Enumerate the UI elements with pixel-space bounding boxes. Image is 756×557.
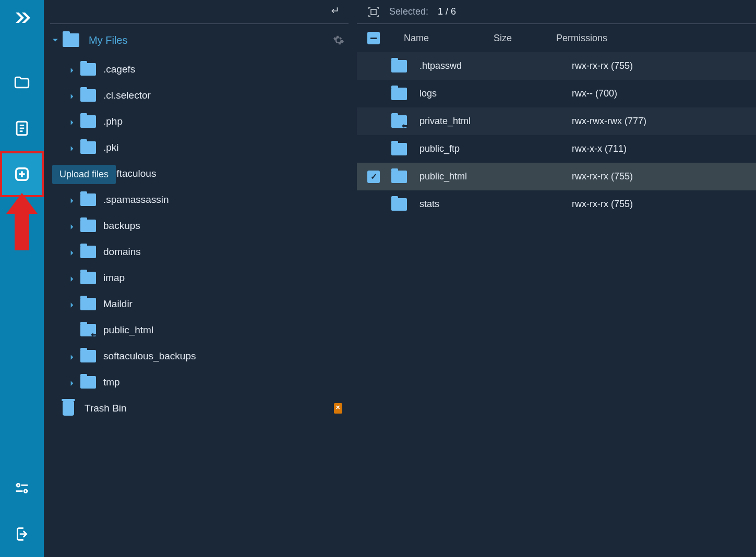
file-row[interactable]: private_htmlrwx-rwx-rwx (777) xyxy=(357,107,756,135)
tree-panel: My Files .cagefs.cl.selector.php.pki.sof… xyxy=(44,0,355,557)
caret-right-icon[interactable] xyxy=(69,301,75,307)
tree-node-label: .cagefs xyxy=(103,64,135,75)
file-row[interactable]: .htpasswdrwx-rx-rx (755) xyxy=(357,52,756,80)
folder-icon xyxy=(80,350,96,362)
caret-right-icon[interactable] xyxy=(69,275,75,281)
row-permissions: rwx-rwx-rwx (777) xyxy=(572,116,746,127)
selection-bar: Selected: 1 / 6 xyxy=(357,0,756,24)
tree-root-label: My Files xyxy=(89,34,127,46)
caret-right-icon[interactable] xyxy=(69,118,75,125)
caret-right-icon[interactable] xyxy=(69,92,75,99)
file-row[interactable]: statsrwx-rx-rx (755) xyxy=(357,190,756,218)
row-permissions: rwx-rx-rx (755) xyxy=(572,171,746,182)
selected-count: 1 / 6 xyxy=(438,6,456,17)
file-row[interactable]: logsrwx-- (700) xyxy=(357,80,756,107)
tree-node[interactable]: .cagefs xyxy=(69,56,349,82)
rail-logout[interactable] xyxy=(0,511,44,557)
folder-icon xyxy=(80,376,96,389)
folder-icon xyxy=(80,115,96,128)
tree-node[interactable]: .spamassassin xyxy=(69,187,349,213)
folder-icon xyxy=(80,89,96,102)
caret-right-icon[interactable] xyxy=(69,144,75,151)
annotation-arrow xyxy=(6,193,38,256)
row-checkbox[interactable] xyxy=(367,198,380,211)
folder-icon xyxy=(391,60,407,72)
tree-node-label: .cl.selector xyxy=(103,90,151,101)
tree-node[interactable]: public_html xyxy=(69,317,349,343)
row-checkbox[interactable] xyxy=(367,60,380,72)
side-rail xyxy=(0,0,44,557)
tree-node[interactable]: domains xyxy=(69,239,349,265)
row-name: private_html xyxy=(419,116,509,127)
tree-node-label: .pki xyxy=(103,142,119,153)
tree-node[interactable]: backups xyxy=(69,213,349,239)
caret-right-icon[interactable] xyxy=(69,379,75,385)
tree-node-label: public_html xyxy=(103,324,153,336)
folder-icon xyxy=(80,63,96,76)
folder-icon xyxy=(391,171,407,183)
column-headers: Name Size Permissions xyxy=(357,24,756,52)
caret-right-icon[interactable] xyxy=(69,197,75,203)
row-name: public_html xyxy=(419,171,509,182)
folder-link-icon xyxy=(80,324,96,336)
rail-document[interactable] xyxy=(0,105,44,151)
header-checkbox[interactable] xyxy=(367,32,380,44)
col-size[interactable]: Size xyxy=(494,33,556,44)
tree-node-label: domains xyxy=(103,246,141,258)
row-name: logs xyxy=(419,88,509,99)
tree-node-label: Maildir xyxy=(103,298,133,310)
empty-trash-icon[interactable] xyxy=(334,403,342,414)
folder-icon xyxy=(80,272,96,284)
folder-link-icon xyxy=(391,115,407,128)
row-permissions: rwx-rx-rx (755) xyxy=(572,60,746,71)
caret-right-icon[interactable] xyxy=(69,249,75,255)
folder-icon xyxy=(80,246,96,258)
file-row[interactable]: public_htmlrwx-rx-rx (755) xyxy=(357,163,756,190)
tree-node-label: softaculous_backups xyxy=(103,350,196,362)
trash-label: Trash Bin xyxy=(85,403,127,414)
select-all-icon[interactable] xyxy=(367,6,380,18)
col-name[interactable]: Name xyxy=(404,33,494,44)
rail-settings[interactable] xyxy=(0,465,44,511)
tree-node[interactable]: imap xyxy=(69,265,349,291)
enter-icon[interactable] xyxy=(331,6,341,18)
tree-node[interactable]: .php xyxy=(69,108,349,135)
tree-node[interactable]: .pki xyxy=(69,135,349,161)
tree-node[interactable]: tmp xyxy=(69,369,349,395)
tree-node-label: .spamassassin xyxy=(103,194,169,205)
folder-icon xyxy=(80,193,96,206)
tree-list: .cagefs.cl.selector.php.pki.softaculous.… xyxy=(50,56,349,395)
folder-icon xyxy=(80,141,96,154)
svg-point-7 xyxy=(17,484,20,487)
tree-root[interactable]: My Files xyxy=(50,24,349,56)
row-checkbox[interactable] xyxy=(367,115,380,128)
tree-node-label: tmp xyxy=(103,377,120,388)
trash-bin[interactable]: Trash Bin xyxy=(50,395,349,421)
row-name: .htpasswd xyxy=(419,60,509,71)
rail-files[interactable] xyxy=(0,59,44,105)
gear-icon[interactable] xyxy=(333,34,344,46)
caret-right-icon[interactable] xyxy=(69,223,75,229)
rail-upload[interactable] xyxy=(0,151,44,197)
caret-right-icon[interactable] xyxy=(69,353,75,359)
tree-node[interactable]: softaculous_backups xyxy=(69,343,349,369)
row-checkbox[interactable] xyxy=(367,171,380,183)
tree-toolbar xyxy=(50,0,349,24)
file-row[interactable]: public_ftprwx-x-x (711) xyxy=(357,135,756,163)
row-permissions: rwx-- (700) xyxy=(572,88,746,99)
folder-icon xyxy=(391,143,407,155)
tree-node[interactable]: Maildir xyxy=(69,291,349,317)
upload-tooltip: Upload files xyxy=(52,165,116,184)
row-checkbox[interactable] xyxy=(367,88,380,100)
tree-node[interactable]: .cl.selector xyxy=(69,82,349,108)
app-logo xyxy=(11,7,32,28)
svg-rect-14 xyxy=(371,9,376,15)
tree-node-label: imap xyxy=(103,272,125,284)
list-panel: Selected: 1 / 6 Name Size Permissions .h… xyxy=(355,0,756,557)
row-checkbox[interactable] xyxy=(367,143,380,155)
caret-down-icon xyxy=(52,37,58,43)
folder-icon xyxy=(391,88,407,100)
col-permissions[interactable]: Permissions xyxy=(556,33,746,44)
tree-node-label: backups xyxy=(103,220,140,232)
caret-right-icon[interactable] xyxy=(69,66,75,72)
